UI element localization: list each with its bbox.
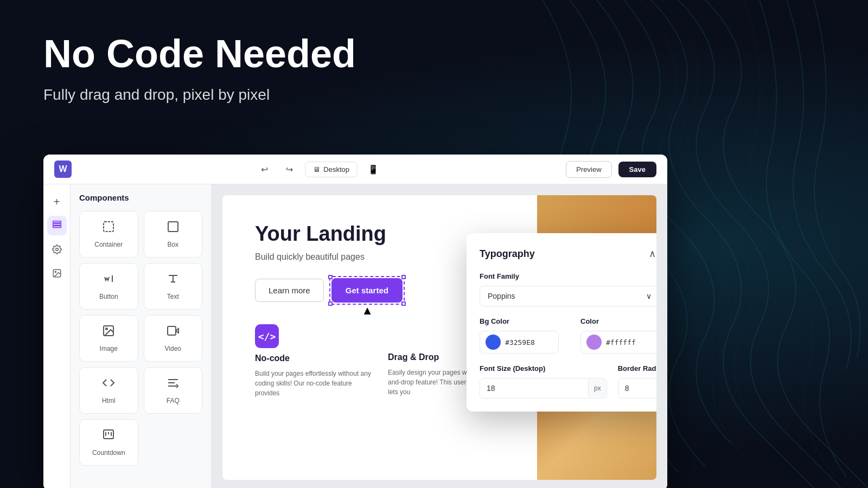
nocode-desc: Build your pages effortlessly without an… <box>255 369 372 398</box>
svg-rect-2 <box>53 221 61 223</box>
cursor-indicator: ▲ <box>361 304 373 318</box>
font-family-label: Font Family <box>480 272 656 280</box>
media-button[interactable] <box>47 264 67 283</box>
components-panel: Components Container Box <box>71 184 212 488</box>
font-size-group: Font Size (Desktop) px <box>480 364 607 399</box>
topbar-center: ↩ ↪ 🖥 Desktop 📱 <box>255 160 382 178</box>
text-color-group: Color #ffffff <box>580 317 656 354</box>
svg-point-3 <box>55 248 58 251</box>
video-label: Video <box>165 345 181 352</box>
components-title: Components <box>79 193 202 202</box>
svg-point-5 <box>55 271 56 272</box>
border-radius-group: Border Radius <box>618 364 656 399</box>
component-box[interactable]: Box <box>144 211 203 258</box>
nocode-title: No-code <box>255 354 372 363</box>
button-label: Button <box>99 293 118 300</box>
undo-button[interactable]: ↩ <box>255 160 273 178</box>
box-label: Box <box>167 241 178 248</box>
svg-rect-6 <box>104 222 113 232</box>
color-label: Color <box>580 317 656 325</box>
component-text[interactable]: Text <box>144 263 203 310</box>
editor-window: W ↩ ↪ 🖥 Desktop 📱 Preview Save + <box>43 155 667 488</box>
topbar-right: Preview Save <box>566 161 656 178</box>
typography-panel: Typography ∧ Font Family Poppins ∨ Bg Co… <box>467 233 656 412</box>
add-element-button[interactable]: + <box>47 192 67 211</box>
get-started-button[interactable]: Get started <box>331 278 403 303</box>
panel-close-button[interactable]: ∧ <box>644 246 656 261</box>
countdown-icon <box>102 428 115 445</box>
panel-header: Typography ∧ <box>480 246 656 261</box>
get-started-wrapper: Get started ▲ <box>331 278 403 303</box>
border-radius-input[interactable] <box>618 378 656 398</box>
dropdown-chevron: ∨ <box>646 292 652 300</box>
text-color-value: #ffffff <box>606 338 636 346</box>
container-label: Container <box>94 241 123 248</box>
canvas-inner: Your Landing Build quickly beautiful pag… <box>222 195 656 480</box>
nocode-icon-box: </> <box>255 324 279 348</box>
video-icon <box>167 324 180 341</box>
bg-color-input[interactable]: #3259E8 <box>480 331 559 354</box>
redo-button[interactable]: ↪ <box>280 160 298 178</box>
learn-more-button[interactable]: Learn more <box>255 279 324 302</box>
hero-subtitle: Fully drag and drop, pixel by pixel <box>43 86 356 104</box>
countdown-label: Countdown <box>92 449 125 457</box>
svg-rect-0 <box>53 223 61 225</box>
bg-color-group: Bg Color #3259E8 <box>480 317 559 354</box>
button-icon <box>102 272 115 288</box>
hero-section: No Code Needed Fully drag and drop, pixe… <box>43 33 356 104</box>
component-button[interactable]: Button <box>79 263 138 310</box>
handle-top-left[interactable] <box>328 275 333 279</box>
container-icon <box>102 220 115 236</box>
border-radius-input-row <box>618 378 656 399</box>
box-icon <box>167 220 180 236</box>
mobile-device-button[interactable]: 📱 <box>364 160 382 178</box>
handle-top-right[interactable] <box>401 275 406 279</box>
component-video[interactable]: Video <box>144 315 203 362</box>
svg-rect-14 <box>168 326 176 335</box>
text-label: Text <box>167 293 179 300</box>
component-countdown[interactable]: Countdown <box>79 419 138 466</box>
svg-rect-7 <box>168 222 178 232</box>
handle-bottom-right[interactable] <box>401 301 406 306</box>
save-button[interactable]: Save <box>618 162 656 177</box>
desktop-icon: 🖥 <box>313 165 320 174</box>
text-color-swatch <box>586 335 602 350</box>
image-label: Image <box>100 345 118 352</box>
editor-body: + Components Container <box>43 184 667 488</box>
faq-label: FAQ <box>167 397 180 404</box>
feature-nocode: </> No-code Build your pages effortlessl… <box>255 324 372 398</box>
font-size-label: Font Size (Desktop) <box>480 364 607 373</box>
svg-point-13 <box>106 328 107 330</box>
text-color-input[interactable]: #ffffff <box>580 331 656 354</box>
font-size-input-row: px <box>480 378 607 399</box>
html-icon <box>102 376 115 393</box>
border-radius-label: Border Radius <box>618 364 656 373</box>
topbar: W ↩ ↪ 🖥 Desktop 📱 Preview Save <box>43 155 667 184</box>
color-row: Bg Color #3259E8 Color #ffffff <box>480 317 656 354</box>
text-icon <box>167 272 180 288</box>
topbar-left: W <box>54 160 72 178</box>
bg-color-label: Bg Color <box>480 317 559 325</box>
logo: W <box>54 160 72 178</box>
layers-button[interactable] <box>47 216 67 235</box>
canvas-area: Your Landing Build quickly beautiful pag… <box>212 184 667 488</box>
image-icon <box>102 324 115 341</box>
desktop-device-button[interactable]: 🖥 Desktop <box>305 162 358 177</box>
preview-button[interactable]: Preview <box>566 161 611 178</box>
sidebar-icons: + <box>43 184 71 488</box>
font-family-value: Poppins <box>488 292 515 300</box>
component-grid: Container Box Button <box>79 211 202 466</box>
component-container[interactable]: Container <box>79 211 138 258</box>
component-faq[interactable]: FAQ <box>144 367 203 414</box>
font-size-input[interactable] <box>480 378 588 398</box>
component-image[interactable]: Image <box>79 315 138 362</box>
panel-title: Typography <box>480 248 535 260</box>
handle-bottom-left[interactable] <box>328 301 333 306</box>
bg-color-value: #3259E8 <box>505 338 535 346</box>
svg-rect-1 <box>53 226 61 228</box>
font-size-unit: px <box>588 379 607 397</box>
settings-button[interactable] <box>47 240 67 259</box>
component-html[interactable]: Html <box>79 367 138 414</box>
font-family-select[interactable]: Poppins ∨ <box>480 286 656 306</box>
faq-icon <box>167 376 180 393</box>
